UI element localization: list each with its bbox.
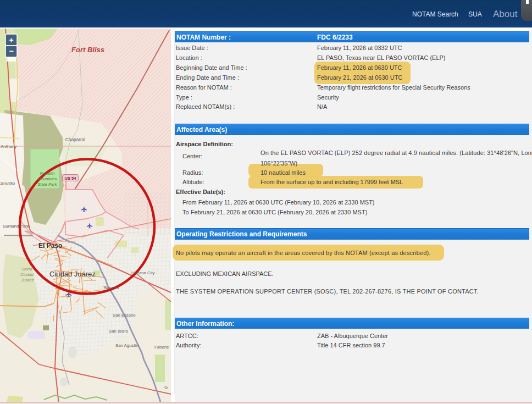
- svg-text:Juárez: Juárez: [21, 278, 34, 283]
- svg-text:Fabens: Fabens: [154, 345, 169, 350]
- svg-text:Ciudad: Ciudad: [20, 272, 34, 277]
- svg-text:Ciudad Juárez: Ciudad Juárez: [49, 270, 96, 278]
- svg-text:Canutillo: Canutillo: [0, 181, 15, 186]
- svg-text:San Agustín: San Agustín: [115, 343, 138, 348]
- svg-text:San Elizario: San Elizario: [113, 313, 136, 318]
- svg-text:Sierra: Sierra: [21, 267, 32, 272]
- svg-text:Franklin: Franklin: [40, 171, 55, 176]
- svg-text:Horizon City: Horizon City: [131, 270, 155, 275]
- svg-text:+: +: [9, 36, 13, 45]
- svg-text:Mountains: Mountains: [38, 176, 57, 181]
- svg-text:Socorro: Socorro: [104, 285, 119, 290]
- svg-text:Chaparral: Chaparral: [65, 137, 86, 142]
- svg-text:−: −: [9, 47, 13, 56]
- svg-text:El Paso: El Paso: [38, 242, 62, 250]
- svg-text:San Isidro: San Isidro: [109, 329, 129, 334]
- svg-text:State Park: State Park: [37, 182, 57, 187]
- svg-text:Sunland Park: Sunland Park: [3, 224, 30, 229]
- svg-text:Fort Bliss: Fort Bliss: [71, 46, 104, 54]
- svg-text:G: G: [164, 385, 168, 390]
- svg-text:US 54: US 54: [65, 176, 77, 181]
- svg-text:Anthony: Anthony: [1, 144, 16, 149]
